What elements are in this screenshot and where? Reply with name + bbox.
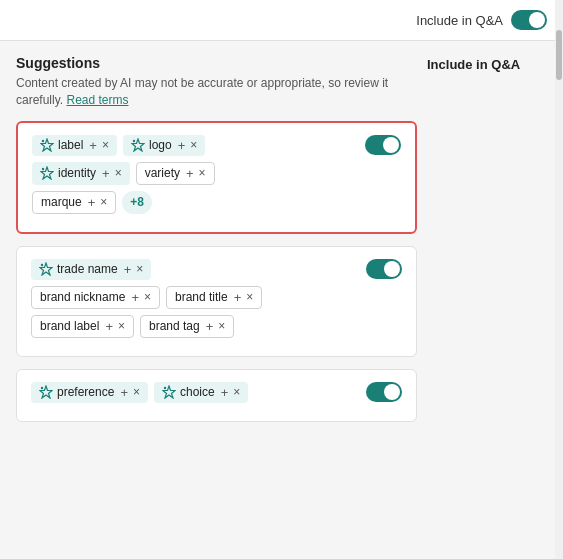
svg-point-7 bbox=[41, 264, 43, 266]
tag-text: brand nickname bbox=[40, 290, 125, 304]
suggestions-desc: Content created by AI may not be accurat… bbox=[16, 75, 417, 109]
tag-text: marque bbox=[41, 195, 82, 209]
tag-brand-label: brand label+× bbox=[31, 315, 134, 338]
tag-label: label+× bbox=[32, 135, 117, 156]
card-card2: trade name+×brand nickname+×brand title+… bbox=[16, 246, 417, 357]
toggle-switch-1[interactable] bbox=[366, 259, 402, 279]
svg-point-5 bbox=[42, 168, 44, 170]
tag-close[interactable]: × bbox=[218, 319, 225, 333]
top-toggle[interactable] bbox=[511, 10, 547, 30]
more-badge[interactable]: +8 bbox=[122, 191, 152, 214]
card-toggle-2[interactable] bbox=[366, 382, 402, 405]
tag-row-1-0: trade name+× bbox=[31, 259, 402, 280]
suggestions-title: Suggestions bbox=[16, 55, 417, 71]
tag-variety: variety+× bbox=[136, 162, 215, 185]
card-card3: preference+× choice+× bbox=[16, 369, 417, 422]
page-wrapper: Include in Q&A Suggestions Content creat… bbox=[0, 0, 563, 559]
right-panel: Include in Q&A bbox=[417, 55, 547, 434]
tag-text: preference bbox=[57, 385, 114, 399]
tag-plus[interactable]: + bbox=[234, 290, 242, 305]
tag-row-2-0: preference+× choice+× bbox=[31, 382, 402, 403]
cards-container: label+× logo+× identity+×variety+×marque… bbox=[16, 121, 417, 422]
scrollbar[interactable] bbox=[555, 0, 563, 559]
svg-point-1 bbox=[42, 140, 44, 142]
svg-point-11 bbox=[164, 387, 166, 389]
tag-row-0-0: label+× logo+× bbox=[32, 135, 401, 156]
tag-text: logo bbox=[149, 138, 172, 152]
top-bar: Include in Q&A bbox=[0, 0, 563, 41]
tag-preference: preference+× bbox=[31, 382, 148, 403]
tag-plus[interactable]: + bbox=[186, 166, 194, 181]
tag-plus[interactable]: + bbox=[221, 385, 229, 400]
tag-text: brand label bbox=[40, 319, 99, 333]
ai-icon bbox=[131, 138, 145, 152]
tag-row-0-1: identity+×variety+× bbox=[32, 162, 401, 185]
tag-close[interactable]: × bbox=[190, 138, 197, 152]
tag-row-0-2: marque+×+8 bbox=[32, 191, 401, 214]
include-label: Include in Q&A bbox=[427, 55, 547, 72]
tag-text: choice bbox=[180, 385, 215, 399]
tag-close[interactable]: × bbox=[233, 385, 240, 399]
tag-text: identity bbox=[58, 166, 96, 180]
tag-close[interactable]: × bbox=[144, 290, 151, 304]
tag-brand-title: brand title+× bbox=[166, 286, 262, 309]
ai-icon bbox=[40, 138, 54, 152]
tag-identity: identity+× bbox=[32, 162, 130, 185]
tag-plus[interactable]: + bbox=[89, 138, 97, 153]
left-panel: Suggestions Content created by AI may no… bbox=[16, 55, 417, 434]
card-toggle-1[interactable] bbox=[366, 259, 402, 282]
read-terms-link[interactable]: Read terms bbox=[66, 93, 128, 107]
tag-text: variety bbox=[145, 166, 180, 180]
tag-text: trade name bbox=[57, 262, 118, 276]
ai-icon bbox=[39, 385, 53, 399]
top-toggle-label: Include in Q&A bbox=[416, 13, 503, 28]
main-content: Suggestions Content created by AI may no… bbox=[0, 41, 563, 448]
tag-trade-name: trade name+× bbox=[31, 259, 151, 280]
tag-plus[interactable]: + bbox=[131, 290, 139, 305]
tag-row-1-1: brand nickname+×brand title+× bbox=[31, 286, 402, 309]
ai-icon bbox=[39, 262, 53, 276]
ai-icon bbox=[40, 166, 54, 180]
tag-plus[interactable]: + bbox=[178, 138, 186, 153]
card-card1: label+× logo+× identity+×variety+×marque… bbox=[16, 121, 417, 234]
svg-point-3 bbox=[133, 140, 135, 142]
tag-close[interactable]: × bbox=[115, 166, 122, 180]
tag-plus[interactable]: + bbox=[120, 385, 128, 400]
ai-icon bbox=[162, 385, 176, 399]
suggestions-header: Suggestions Content created by AI may no… bbox=[16, 55, 417, 109]
toggle-switch-2[interactable] bbox=[366, 382, 402, 402]
tag-text: brand title bbox=[175, 290, 228, 304]
tag-text: label bbox=[58, 138, 83, 152]
card-toggle-0[interactable] bbox=[365, 135, 401, 158]
tag-close[interactable]: × bbox=[246, 290, 253, 304]
tag-close[interactable]: × bbox=[199, 166, 206, 180]
tag-close[interactable]: × bbox=[102, 138, 109, 152]
scrollbar-knob[interactable] bbox=[556, 30, 562, 80]
tag-close[interactable]: × bbox=[136, 262, 143, 276]
tag-plus[interactable]: + bbox=[206, 319, 214, 334]
tag-logo: logo+× bbox=[123, 135, 205, 156]
tag-brand-tag: brand tag+× bbox=[140, 315, 234, 338]
tag-choice: choice+× bbox=[154, 382, 248, 403]
tag-close[interactable]: × bbox=[100, 195, 107, 209]
tag-close[interactable]: × bbox=[133, 385, 140, 399]
svg-point-9 bbox=[41, 387, 43, 389]
toggle-switch-0[interactable] bbox=[365, 135, 401, 155]
tag-plus[interactable]: + bbox=[105, 319, 113, 334]
tag-brand-nickname: brand nickname+× bbox=[31, 286, 160, 309]
tag-text: brand tag bbox=[149, 319, 200, 333]
tag-row-1-2: brand label+×brand tag+× bbox=[31, 315, 402, 338]
tag-close[interactable]: × bbox=[118, 319, 125, 333]
tag-plus[interactable]: + bbox=[102, 166, 110, 181]
tag-plus[interactable]: + bbox=[124, 262, 132, 277]
tag-plus[interactable]: + bbox=[88, 195, 96, 210]
tag-marque: marque+× bbox=[32, 191, 116, 214]
